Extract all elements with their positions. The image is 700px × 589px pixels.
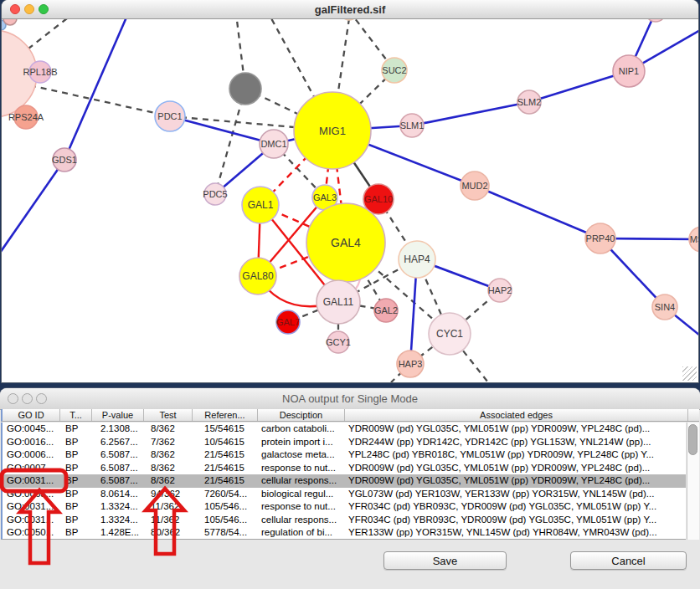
table-row[interactable]: GO:0031...BP1.3324...11/362105/546...cel… [3,514,686,527]
cell: YPL248C (pd) YBR018C, YML051W (pp) YDR00… [345,448,686,462]
cell: YER133W (pp) YOR315W, YNL145W (pd) YHR08… [345,526,686,540]
network-window: RPL18BRPS24AGDS1PDC1PDC5MIG1SUC2SLM1DMC1… [2,0,698,382]
cell: response to nut... [258,500,345,514]
column-header-2[interactable]: P-value [92,409,144,421]
table-row[interactable]: GO:0016...BP6.2567...7/36210/54615protei… [3,436,686,449]
cell: 8.0614... [92,488,144,501]
cell: cellular respons... [258,474,345,488]
node-label-GAL3: GAL3 [313,192,337,202]
node-graynode[interactable] [229,73,261,105]
node-label-SUC2: SUC2 [382,65,406,75]
cell: YFR034C (pd) YBR093C, YDR009W (pd) YGL03… [345,500,686,514]
cell: GO:0045... [3,423,60,436]
cell: YDR244W (pp) YDR142C, YDR142C (pp) YGL15… [345,436,686,449]
cell: 6.5087... [92,474,144,488]
network-window-titlebar[interactable]: galFiltered.sif [2,0,698,19]
network-canvas[interactable]: RPL18BRPS24AGDS1PDC1PDC5MIG1SUC2SLM1DMC1… [2,0,698,382]
column-header-4[interactable]: Referen... [193,409,258,421]
cancel-button[interactable]: Cancel [570,551,687,570]
cell: YDR009W (pd) YGL035C, YML051W (pp) YDR00… [345,462,686,475]
edge[interactable] [64,0,134,160]
cell: 7/362 [144,436,193,449]
cell: 1.3324... [92,514,144,527]
cell: GO:0031... [3,500,60,514]
cell: protein import i... [258,436,345,449]
go-term-table: GO:0045...BP2.1308...8/36215/54615carbon… [1,423,686,540]
noa-window-titlebar[interactable]: NOA output for Single Mode [0,388,700,410]
cell: carbon cataboli... [258,423,345,436]
cell: 21/54615 [193,462,258,475]
cell: 6.2567... [92,436,144,449]
table-row[interactable]: GO:0065...BP8.0614...94/3627260/54...bio… [3,488,686,501]
cell: 11/362 [144,514,193,527]
table-row[interactable]: GO:0006...BP6.5087...8/36221/54615galact… [3,448,686,462]
column-header-5[interactable]: Desciption [258,409,345,421]
cell: YFR034C (pd) YBR093C, YDR009W (pd) YGL03… [345,514,686,527]
node-label-HAP3: HAP3 [399,359,423,369]
edge[interactable] [170,116,274,144]
edge[interactable] [2,160,64,253]
cell: BP [60,488,92,501]
cell: 6.5087... [92,448,144,462]
node-label-CYC1: CYC1 [436,328,463,340]
table-row[interactable]: GO:0045...BP2.1308...8/36215/54615carbon… [3,423,686,436]
column-header-1[interactable]: T... [60,409,92,421]
node-label-GAL7: GAL7 [276,317,300,327]
node-label-SLM2: SLM2 [517,97,542,107]
cell: GO:0050... [3,526,60,540]
cell: 94/362 [144,488,193,501]
node-label-GCY1: GCY1 [326,337,351,347]
cell: 15/54615 [193,423,258,436]
node-label-MUD2: MUD2 [461,181,487,191]
cell: 2.1308... [92,423,144,436]
node-label-PDC1: PDC1 [157,111,182,121]
node-label-GAL2: GAL2 [374,305,398,315]
table-row[interactable]: GO:0031...BP1.3324...11/362105/546...res… [3,500,686,514]
save-button[interactable]: Save [383,551,507,570]
resize-grip-icon[interactable] [682,366,697,381]
cell: GO:0007... [3,462,60,475]
cell: 1.3324... [92,500,144,514]
table-row[interactable]: GO:0031...BP6.5087...8/36221/54615cellul… [3,474,686,488]
node-label-HAP4: HAP4 [404,254,430,265]
cell: 8/362 [144,474,193,488]
cell: BP [60,448,92,462]
node-label-RPL18B: RPL18B [23,67,58,77]
cell: YDR009W (pd) YGL035C, YML051W (pp) YDR00… [345,423,686,436]
cell: 7260/54... [193,488,258,501]
table-header: GO IDT...P-valueTestReferen...Desciption… [1,409,699,422]
cell: 5778/54... [193,526,258,540]
cell: BP [60,462,92,475]
node-label-NIP1: NIP1 [619,66,639,76]
cell: GO:0031... [3,474,60,488]
cell: 8/362 [144,448,193,462]
node-label-GAL4: GAL4 [331,236,361,249]
table-row[interactable]: GO:0050...BP1.428E...80/3625778/54...reg… [3,526,686,540]
node-label-HAP2: HAP2 [488,285,512,295]
noa-output-window: NOA output for Single Mode GO IDT...P-va… [0,388,700,589]
column-header-6[interactable]: Associated edges [345,409,688,421]
node-label-GAL80: GAL80 [242,270,274,282]
node-label-RPS24A: RPS24A [8,112,44,122]
table-scrollbar[interactable] [687,423,699,540]
cell: 10/54615 [193,436,258,449]
node-label-PDC5: PDC5 [203,189,227,199]
scrollbar-thumb[interactable] [688,424,697,455]
node-label-GAL1: GAL1 [248,199,274,211]
cell: cellular respons... [258,514,345,527]
column-header-3[interactable]: Test [144,409,193,421]
cell: GO:0006... [3,448,60,462]
edge[interactable] [412,102,529,125]
node-label-GDS1: GDS1 [52,155,77,165]
node-label-SIN4: SIN4 [655,302,675,312]
table-row[interactable]: GO:0007...BP6.5087...8/36221/54615respon… [3,462,686,475]
edge[interactable] [30,85,170,116]
node-label-MSL1: MSL1 [690,234,698,244]
edge[interactable] [475,186,600,238]
cell: 8/362 [144,462,193,475]
column-header-0[interactable]: GO ID [3,409,60,421]
cell: BP [60,423,92,436]
cell: response to nut... [258,462,345,475]
cell: BP [60,526,92,540]
edge[interactable] [28,18,67,49]
